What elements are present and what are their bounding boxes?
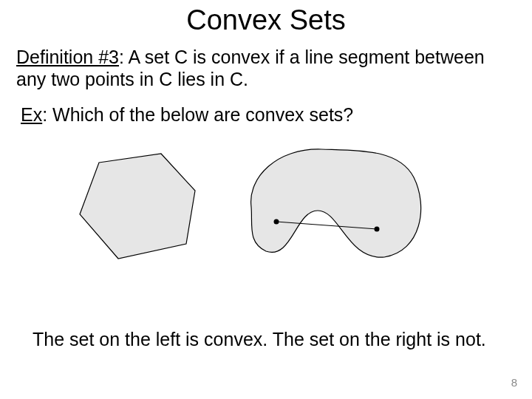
definition-label: Definition #3 [16, 47, 119, 67]
convex-sets-figure [66, 140, 436, 273]
page-number: 8 [511, 376, 517, 389]
definition-block: Definition #3: A set C is convex if a li… [16, 46, 504, 90]
slide: Convex Sets Definition #3: A set C is co… [0, 0, 532, 399]
point-left [274, 219, 279, 225]
figure-container [66, 140, 436, 273]
point-right [375, 227, 380, 232]
slide-title: Convex Sets [0, 4, 532, 36]
concave-blob-shape [251, 149, 421, 257]
hexagon-shape [80, 154, 195, 259]
answer-text: The set on the left is convex. The set o… [33, 329, 520, 350]
example-block: Ex: Which of the below are convex sets? [21, 104, 508, 126]
example-label: Ex [21, 104, 42, 125]
example-text: : Which of the below are convex sets? [42, 104, 353, 125]
svg-marker-0 [80, 154, 195, 259]
